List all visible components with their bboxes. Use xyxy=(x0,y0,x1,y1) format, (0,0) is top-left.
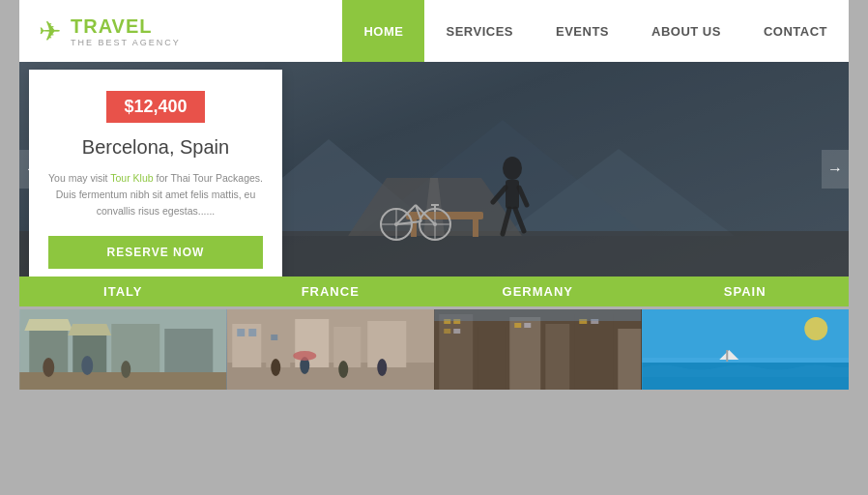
hero-section: $12,400 Bercelona, Spain You may visit T… xyxy=(19,62,849,277)
nav-item-contact[interactable]: CONTACT xyxy=(742,0,849,62)
svg-rect-8 xyxy=(473,219,478,237)
svg-point-37 xyxy=(43,358,54,377)
hero-card: $12,400 Bercelona, Spain You may visit T… xyxy=(29,70,282,277)
destination-italy[interactable]: ITALY xyxy=(19,277,227,390)
svg-rect-60 xyxy=(574,314,613,390)
svg-rect-57 xyxy=(477,327,505,390)
svg-point-54 xyxy=(293,351,316,361)
svg-marker-34 xyxy=(24,319,72,331)
destination-spain[interactable]: SPAIN xyxy=(642,277,850,390)
nav-item-events[interactable]: EVENTS xyxy=(535,0,630,62)
destination-germany[interactable]: GERMANY xyxy=(434,277,642,390)
svg-rect-66 xyxy=(514,323,521,328)
svg-rect-48 xyxy=(248,329,256,336)
svg-rect-56 xyxy=(439,314,473,390)
navbar: ✈ TRAVEL THE BEST AGENCY HOME SERVICES E… xyxy=(19,0,849,62)
svg-point-39 xyxy=(121,361,130,378)
svg-rect-61 xyxy=(618,329,641,390)
svg-rect-76 xyxy=(726,350,728,362)
nav-item-about[interactable]: ABOUT US xyxy=(630,0,742,62)
svg-rect-45 xyxy=(333,327,361,367)
svg-rect-64 xyxy=(444,329,450,334)
svg-rect-47 xyxy=(237,329,245,336)
svg-rect-65 xyxy=(453,329,460,334)
reserve-button[interactable]: RESERVE NOW xyxy=(48,236,263,269)
svg-rect-67 xyxy=(524,323,531,328)
nav-item-services[interactable]: SERVICES xyxy=(424,0,535,62)
svg-rect-46 xyxy=(367,321,406,367)
svg-rect-24 xyxy=(506,180,519,209)
svg-point-23 xyxy=(503,157,522,180)
nav-item-home[interactable]: HOME xyxy=(342,0,424,62)
svg-marker-35 xyxy=(68,324,111,335)
destination-description: You may visit Tour Klub for Thai Tour Pa… xyxy=(48,170,263,218)
destination-germany-image xyxy=(434,309,642,390)
carousel-prev-button[interactable]: ← xyxy=(19,150,46,189)
destination-spain-label: SPAIN xyxy=(642,277,850,306)
nav-menu: HOME SERVICES EVENTS ABOUT US CONTACT xyxy=(342,0,849,62)
destination-spain-image xyxy=(642,309,850,390)
tour-link[interactable]: Tour Klub xyxy=(110,172,153,184)
svg-rect-59 xyxy=(545,324,569,390)
svg-point-52 xyxy=(338,361,348,378)
destinations-row: ITALY xyxy=(19,277,849,390)
carousel-next-button[interactable]: → xyxy=(822,150,849,189)
destination-france-label: FRANCE xyxy=(227,277,435,306)
svg-rect-70 xyxy=(434,309,641,321)
svg-point-50 xyxy=(271,359,280,376)
destination-france[interactable]: FRANCE xyxy=(227,277,435,390)
price-badge: $12,400 xyxy=(106,91,204,123)
destination-italy-label: ITALY xyxy=(19,277,227,306)
brand-text: TRAVEL THE BEST AGENCY xyxy=(71,15,181,47)
svg-rect-32 xyxy=(111,324,159,377)
destination-name: Bercelona, Spain xyxy=(48,136,263,159)
destination-germany-label: GERMANY xyxy=(434,277,642,306)
destination-italy-image xyxy=(19,309,227,390)
svg-point-38 xyxy=(81,356,93,375)
svg-rect-58 xyxy=(509,317,540,390)
brand-title: TRAVEL xyxy=(71,15,181,38)
svg-rect-33 xyxy=(164,329,213,377)
destination-france-image xyxy=(227,309,435,390)
brand-subtitle: THE BEST AGENCY xyxy=(71,38,181,47)
page-wrapper: ✈ TRAVEL THE BEST AGENCY HOME SERVICES E… xyxy=(0,0,868,495)
svg-point-74 xyxy=(804,317,827,340)
svg-point-53 xyxy=(377,359,387,376)
svg-rect-49 xyxy=(271,335,277,340)
svg-rect-42 xyxy=(232,324,261,367)
brand: ✈ TRAVEL THE BEST AGENCY xyxy=(19,0,342,62)
brand-icon: ✈ xyxy=(39,15,61,47)
